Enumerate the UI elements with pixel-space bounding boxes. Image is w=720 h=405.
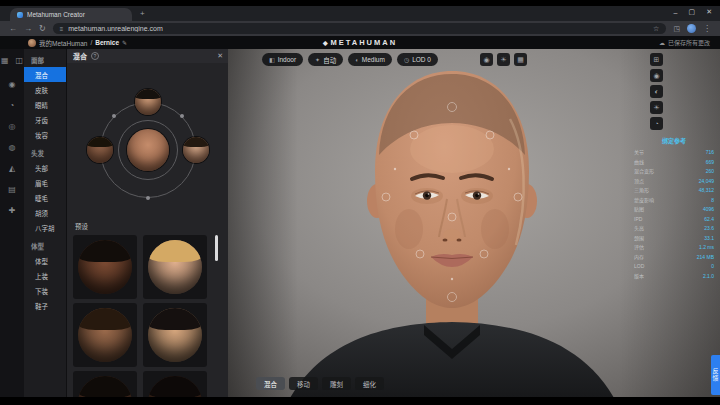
preset-thumbnail[interactable]	[143, 371, 207, 397]
camera-preset-icon[interactable]: ◉	[650, 69, 663, 82]
left-toolbar: ▦◫◉◔◎◍◭▤✚	[0, 49, 24, 397]
presets-scrollbar[interactable]	[215, 235, 218, 261]
new-tab-button[interactable]: +	[140, 9, 145, 18]
hair-cap	[78, 240, 132, 262]
stats-label: 评估	[634, 243, 644, 253]
stats-label: 三角形	[634, 186, 649, 196]
stats-value: 33.1	[704, 234, 714, 244]
stats-label: 混合变形	[634, 167, 654, 177]
sidebar-item[interactable]: 混合	[24, 67, 66, 82]
stats-row: 头高23.6	[634, 224, 714, 234]
rename-icon[interactable]: ✎	[122, 39, 127, 46]
preset-face	[78, 240, 132, 294]
info-icon[interactable]: ◔	[650, 117, 663, 130]
sidebar-item[interactable]: 八字胡	[24, 220, 66, 235]
sidebar-item[interactable]: 眉毛	[24, 175, 66, 190]
sidebar-item[interactable]: 胡须	[24, 205, 66, 220]
browser-menu-icon[interactable]: ⋮	[703, 24, 711, 33]
feedback-tab[interactable]: 反馈	[711, 355, 720, 395]
sidebar-item[interactable]: 皮肤	[24, 82, 66, 97]
blend-face-left[interactable]	[87, 137, 113, 163]
sidebar-item[interactable]: 上装	[24, 268, 66, 283]
stats-label: 贴图	[634, 205, 644, 215]
grid-icon[interactable]: ▦	[514, 53, 527, 66]
breadcrumb-separator: /	[90, 39, 92, 46]
mode-button[interactable]: 混合	[256, 377, 285, 390]
blend-dot[interactable]	[180, 114, 184, 118]
profile-avatar[interactable]	[687, 24, 696, 33]
site-info-icon[interactable]: ≡	[60, 26, 64, 32]
stats-label: LOD	[634, 262, 644, 272]
blend-dot[interactable]	[112, 114, 116, 118]
stats-row: 关节716	[634, 148, 714, 158]
sidebar-item[interactable]: 鞋子	[24, 298, 66, 313]
body-icon[interactable]: ▤	[6, 183, 18, 195]
quality-button[interactable]: ◐ Medium	[348, 53, 392, 66]
lod-button[interactable]: ◷ LOD 0	[397, 53, 438, 66]
extensions-icon[interactable]: ◳	[673, 25, 680, 33]
render-quality-icon[interactable]: ◐	[650, 85, 663, 98]
stats-value: 669	[706, 158, 714, 168]
preset-thumbnail[interactable]	[73, 371, 137, 397]
sidebar-item[interactable]: 牙齿	[24, 112, 66, 127]
skin-icon[interactable]: ◎	[6, 120, 18, 132]
hair-icon[interactable]: ◭	[6, 162, 18, 174]
browser-tab[interactable]: Metahuman Creator	[10, 8, 132, 21]
sidebar-item[interactable]: 头部	[24, 160, 66, 175]
blend-dot[interactable]	[146, 196, 150, 200]
sidebar-item[interactable]: 眼睛	[24, 97, 66, 112]
maximize-button[interactable]: ▢	[689, 8, 696, 16]
window-close-button[interactable]: ✕	[706, 8, 712, 16]
stats-label: 版本	[634, 272, 644, 282]
home-grid-icon[interactable]: ▦	[0, 54, 10, 66]
preset-thumbnail[interactable]	[73, 303, 137, 367]
sidebar-section-title: 面部	[24, 49, 66, 67]
mode-button[interactable]: 雕刻	[322, 377, 351, 390]
blend-face-center[interactable]	[127, 129, 169, 171]
blend-face-top[interactable]	[135, 89, 161, 115]
preset-thumbnail[interactable]	[143, 303, 207, 367]
stats-value: 716	[706, 148, 714, 158]
sidebar-item[interactable]: 体型	[24, 253, 66, 268]
stats-row: 混合变形260	[634, 167, 714, 177]
breadcrumb-root[interactable]: 我的MetaHuman	[39, 38, 87, 48]
camera-icon[interactable]: ◉	[480, 53, 493, 66]
viewport-toolbar: ◧ Indoor ✦ 自动 ◐ Medium ◷ LOD 0	[262, 53, 438, 66]
back-button[interactable]: ←	[9, 24, 17, 33]
reload-button[interactable]: ↻	[39, 24, 46, 33]
stats-value: 214 MB	[697, 253, 714, 263]
eyes-icon[interactable]: ◍	[6, 141, 18, 153]
preset-icon[interactable]: ◉	[6, 78, 18, 90]
auto-quality-button[interactable]: ✦ 自动	[308, 53, 343, 66]
sidebar-item[interactable]: 妆容	[24, 127, 66, 142]
expand-icon[interactable]: ⊞	[650, 53, 663, 66]
blend-face-right[interactable]	[183, 137, 209, 163]
stats-value: 48,312	[699, 186, 714, 196]
stats-icon[interactable]: ◫	[15, 54, 25, 66]
preset-thumbnail[interactable]	[73, 235, 137, 299]
light-icon[interactable]: ☀	[650, 101, 663, 114]
panel-close-icon[interactable]: ✕	[217, 52, 223, 60]
forward-button[interactable]: →	[24, 24, 32, 33]
preset-face	[148, 240, 202, 294]
stats-value: 4096	[703, 205, 714, 215]
environment-button[interactable]: ◧ Indoor	[262, 53, 303, 66]
address-bar[interactable]: ≡ metahuman.unrealengine.com ☆	[53, 23, 667, 34]
mode-button[interactable]: 细化	[355, 377, 384, 390]
bookmark-star-icon[interactable]: ☆	[653, 25, 659, 33]
minimize-button[interactable]: –	[674, 9, 678, 16]
clothing-icon[interactable]: ✚	[6, 204, 18, 216]
hair-cap	[78, 308, 132, 330]
character-avatar	[28, 39, 36, 47]
lighting-icon[interactable]: ☀	[497, 53, 510, 66]
sidebar-item[interactable]: 下装	[24, 283, 66, 298]
mode-button[interactable]: 移动	[289, 377, 318, 390]
face-icon[interactable]: ◔	[6, 99, 18, 111]
preset-thumbnail[interactable]	[143, 235, 207, 299]
sidebar-item[interactable]: 睫毛	[24, 190, 66, 205]
stats-label: 内存	[634, 253, 644, 263]
stats-row: 顶点24,049	[634, 177, 714, 187]
help-icon[interactable]: ?	[91, 52, 99, 60]
blend-panel-title: 混合	[73, 51, 87, 61]
environment-label: Indoor	[278, 56, 296, 63]
